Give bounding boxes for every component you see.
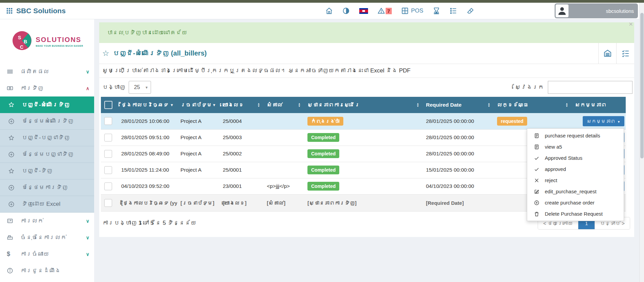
sidebar-item[interactable]: ការលក់∨ xyxy=(0,213,94,229)
filter-cell[interactable]: [ថ្ងៃកាលបរិច្ឆេទ (yyyy-mm-d xyxy=(118,194,177,211)
dropdown-item[interactable]: approved xyxy=(527,164,624,175)
dropdown-item-label: create purchase order xyxy=(545,200,595,205)
column-header[interactable]: លក្ខខ័ណ្ឌ▲▼ xyxy=(494,97,572,113)
brand[interactable]: SBC Solutions xyxy=(6,7,66,15)
search-control: ស្វែងរក xyxy=(515,81,632,94)
search-input[interactable] xyxy=(548,81,632,94)
sort-both-icon: ▲▼ xyxy=(488,103,490,107)
check-icon xyxy=(534,155,539,161)
select-all-checkbox[interactable] xyxy=(104,101,112,109)
hourglass-icon[interactable] xyxy=(433,7,440,15)
date-cell: 15/01/2025 11:24:00 xyxy=(118,162,177,178)
sidebar-item[interactable]: បញ្ជី-សំណើរទិញ xyxy=(0,96,94,113)
row-checkbox[interactable] xyxy=(104,199,112,207)
column-header-label: សកម្មភាព xyxy=(575,102,606,108)
page-length-select[interactable]: 25 ▼ xyxy=(129,81,151,94)
status-badge: កំពុងរង់ចាំ xyxy=(307,117,343,126)
dropdown-item[interactable]: create purchase order xyxy=(527,197,624,208)
sidebar-item[interactable]: ចំនុចនៃការលក់∨ xyxy=(0,229,94,246)
dropdown-item[interactable]: Delete Purchase Request xyxy=(527,208,624,219)
user-menu[interactable]: sbcsolutions xyxy=(555,3,638,18)
home-icon[interactable] xyxy=(325,7,333,15)
filter-cell[interactable]: [យោងលេខ] xyxy=(219,194,263,211)
status-badge: Completed xyxy=(307,182,339,191)
sidebar-item[interactable]: បន្ថែមសំណើរទិញ xyxy=(0,113,94,130)
column-header[interactable]: សកម្មភាព xyxy=(572,97,626,113)
column-header[interactable]: Required Date▲▼ xyxy=(423,97,494,113)
dropdown-item[interactable]: purchase request details xyxy=(527,130,624,141)
plus-circle-icon xyxy=(8,151,17,158)
sidebar-item-label: បញ្ជី-សំណើរទិញ xyxy=(22,102,70,108)
sidebar-item[interactable]: ទិញដោយ Excel xyxy=(0,196,94,213)
sidebar-item[interactable]: ការជូនដំណឹង xyxy=(0,262,94,279)
sidebar-item[interactable]: បញ្ជី-ទិញ xyxy=(0,163,94,179)
pos-button[interactable]: POS xyxy=(401,7,423,15)
row-checkbox[interactable] xyxy=(104,117,112,125)
sidebar-item-label: បញ្ជី-ទិញ xyxy=(22,168,52,174)
column-header-label: លក្ខខ័ណ្ឌ xyxy=(497,102,529,108)
scrollbar-thumb[interactable] xyxy=(640,13,644,158)
grid-menu-icon xyxy=(6,7,13,14)
status-cell: Completed xyxy=(304,146,423,162)
dropdown-item-label: view a5 xyxy=(545,144,562,150)
dropdown-item-label: reject xyxy=(545,177,557,183)
dropdown-item[interactable]: Approved Status xyxy=(527,152,624,164)
status-badge: Completed xyxy=(307,149,339,158)
chevron-down-icon: ∨ xyxy=(86,218,89,224)
chevron-down-icon: ∨ xyxy=(86,252,89,257)
star-icon: ☆ xyxy=(102,49,109,58)
flag-cambodia-icon[interactable] xyxy=(359,8,368,14)
close-icon[interactable]: × xyxy=(629,20,633,28)
dropdown-item[interactable]: reject xyxy=(527,175,624,186)
avatar xyxy=(556,4,568,17)
eraser-icon[interactable] xyxy=(467,7,474,15)
required-date-cell: 28/01/2025 00:00:00 xyxy=(423,146,494,162)
dropdown-item[interactable]: view a5 xyxy=(527,141,624,152)
contrast-icon[interactable] xyxy=(342,7,350,15)
sidebar-item[interactable]: បន្ថែមការទិញ xyxy=(0,179,94,196)
dropdown-item-label: Delete Purchase Request xyxy=(545,211,603,217)
vertical-scrollbar[interactable] xyxy=(639,3,644,282)
column-header[interactable]: ស្ថានភាពការស្នើរ▲▼ xyxy=(304,97,423,113)
row-checkbox[interactable] xyxy=(104,182,112,190)
column-header[interactable]: ថ្ងៃកាលបរិច្ឆេទ▼ xyxy=(118,97,177,113)
filter-cell[interactable]: [Required Date] xyxy=(423,194,494,211)
row-checkbox[interactable] xyxy=(104,134,112,142)
info-icon xyxy=(7,267,16,274)
pos-label: POS xyxy=(411,7,423,14)
action-button[interactable]: សកម្មភាព▼ xyxy=(583,116,624,126)
page-length-value: 25 xyxy=(129,84,145,90)
table-row: 28/01/2025 10:06:00Project A25/0004កំពុង… xyxy=(101,113,626,129)
svg-text:C: C xyxy=(20,44,23,50)
search-label: ស្វែងរក xyxy=(515,84,544,91)
reference-cell: 25/0004 xyxy=(219,113,263,129)
column-header[interactable]: សំគាល់▲▼ xyxy=(263,97,304,113)
row-checkbox[interactable] xyxy=(104,166,112,174)
table-controls: បង្ហាញ 25 ▼ ស្វែងរក xyxy=(99,78,634,97)
sidebar-item[interactable]: ផលិតផល∨ xyxy=(0,63,94,80)
dropdown-item[interactable]: edit_purchase_request xyxy=(527,186,624,197)
style-cell: Project A xyxy=(177,162,219,178)
filter-cell[interactable]: [ស្ថានភាពការទិញ] xyxy=(304,194,423,211)
select-all-header[interactable] xyxy=(101,97,118,113)
column-header[interactable]: រចនាប័ទ្ម▼ xyxy=(177,97,219,113)
warehouse-icon[interactable] xyxy=(598,43,616,64)
row-checkbox[interactable] xyxy=(104,150,112,158)
alerts-button[interactable]: 7 xyxy=(378,7,392,15)
sidebar-item[interactable]: ការទិញ∧ xyxy=(0,80,94,96)
checklist-icon[interactable] xyxy=(616,43,634,64)
style-cell xyxy=(177,178,219,194)
sidebar-item[interactable]: បន្ថែមបញ្ជាទិញ xyxy=(0,146,94,163)
status-cell: Completed xyxy=(304,162,423,178)
sidebar-item[interactable]: បញ្ជី-បញ្ជាទិញ xyxy=(0,130,94,146)
sidebar-item[interactable]: $ការចំណាយ∨ xyxy=(0,246,94,262)
list-icon[interactable] xyxy=(450,7,457,15)
column-header[interactable]: យោងលេខ▲▼ xyxy=(219,97,263,113)
checkbox-cell xyxy=(101,162,118,178)
sidebar-item-label: ចំនុចនៃការលក់ xyxy=(20,234,66,241)
filter-cell[interactable]: [រចនាប័ទ្ម] xyxy=(177,194,219,211)
filter-cell[interactable]: [សំគាល់] xyxy=(263,194,304,211)
filter-cell[interactable] xyxy=(101,194,118,211)
plus-circle-icon xyxy=(8,185,17,191)
page-title: បញ្ជី-សំណើរទិញ (all_billers) xyxy=(113,49,207,57)
